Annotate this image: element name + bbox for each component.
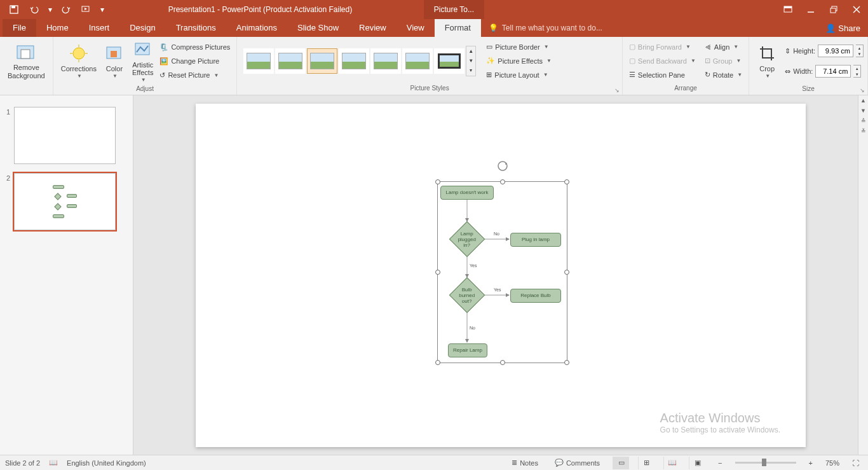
start-from-beginning-button[interactable] bbox=[78, 2, 95, 17]
tab-home[interactable]: Home bbox=[36, 19, 79, 37]
fit-to-window-button[interactable]: ⛶ bbox=[848, 455, 863, 471]
tab-view[interactable]: View bbox=[397, 19, 435, 37]
title-bar: ▾ ▾ Presentation1 - PowerPoint (Product … bbox=[0, 0, 868, 19]
change-picture-button[interactable]: 🖼️Change Picture bbox=[157, 54, 233, 68]
tab-animations[interactable]: Animations bbox=[226, 19, 287, 37]
next-slide-button[interactable]: ≚ bbox=[858, 126, 868, 136]
tab-format[interactable]: Format bbox=[435, 19, 481, 37]
picture-style-3[interactable] bbox=[307, 48, 337, 74]
flowchart-node-repair: Repair Lamp bbox=[448, 343, 487, 357]
language-indicator[interactable]: English (United Kingdom) bbox=[67, 459, 146, 467]
gallery-row-down[interactable]: ▼ bbox=[466, 56, 475, 66]
svg-point-20 bbox=[498, 162, 507, 170]
picture-style-2[interactable] bbox=[275, 48, 306, 74]
save-button[interactable] bbox=[5, 2, 23, 17]
normal-view-button[interactable]: ▭ bbox=[613, 457, 629, 469]
gallery-more: ▲ ▼ ▾ bbox=[466, 46, 476, 76]
gallery-expand[interactable]: ▾ bbox=[466, 66, 475, 75]
slide-sorter-view-button[interactable]: ⊞ bbox=[638, 457, 654, 469]
slideshow-view-button[interactable]: ▣ bbox=[689, 457, 705, 469]
bring-forward-button[interactable]: ▢Bring Forward▼ bbox=[627, 40, 698, 54]
slide-counter[interactable]: Slide 2 of 2 bbox=[5, 459, 40, 467]
selection-pane-button[interactable]: ☰Selection Pane bbox=[627, 68, 698, 82]
crop-button[interactable]: Crop▼ bbox=[753, 38, 781, 84]
width-input[interactable] bbox=[815, 65, 851, 78]
slide-thumbnail-1[interactable]: 1 bbox=[0, 104, 133, 170]
color-icon bbox=[104, 43, 125, 64]
align-button[interactable]: ⫷Align▼ bbox=[702, 40, 745, 54]
selected-picture[interactable]: Lamp doesn't work Lamp plugged in? Plug … bbox=[437, 181, 567, 363]
picture-style-4[interactable] bbox=[339, 48, 369, 74]
width-spinner[interactable]: ▲▼ bbox=[853, 65, 861, 78]
slide-canvas[interactable]: Lamp doesn't work Lamp plugged in? Plug … bbox=[196, 104, 806, 447]
zoom-slider[interactable] bbox=[735, 462, 796, 464]
tab-insert[interactable]: Insert bbox=[79, 19, 120, 37]
picture-effects-button[interactable]: ✨Picture Effects▼ bbox=[484, 54, 554, 68]
tab-transitions[interactable]: Transitions bbox=[166, 19, 226, 37]
picture-styles-group-label: Picture Styles bbox=[410, 85, 449, 92]
picture-layout-button[interactable]: ⊞Picture Layout▼ bbox=[484, 68, 554, 82]
undo-button[interactable] bbox=[25, 2, 43, 17]
width-icon: ⇔ bbox=[785, 67, 790, 76]
size-launcher[interactable]: ↘ bbox=[858, 87, 866, 95]
group-button[interactable]: ⊡Group▼ bbox=[702, 54, 745, 68]
reset-picture-icon: ↺ bbox=[159, 71, 165, 79]
svg-rect-18 bbox=[111, 51, 117, 57]
svg-rect-7 bbox=[831, 8, 836, 13]
zoom-in-button[interactable]: + bbox=[805, 455, 817, 471]
qat-customize[interactable]: ▾ bbox=[98, 2, 107, 17]
svg-point-12 bbox=[73, 48, 85, 59]
picture-border-button[interactable]: ▭Picture Border▼ bbox=[484, 40, 554, 54]
rotate-handle[interactable] bbox=[497, 160, 508, 172]
reset-picture-button[interactable]: ↺Reset Picture▼ bbox=[157, 68, 233, 82]
tab-slideshow[interactable]: Slide Show bbox=[287, 19, 349, 37]
picture-styles-gallery: ▲ ▼ ▾ bbox=[241, 46, 478, 76]
slide-thumbnails-pane[interactable]: 1 2 bbox=[0, 95, 133, 455]
minimize-button[interactable] bbox=[799, 0, 822, 19]
prev-slide-button[interactable]: ≙ bbox=[858, 116, 868, 126]
scroll-down[interactable]: ▼ bbox=[858, 106, 868, 116]
main-area: 1 2 bbox=[0, 95, 868, 455]
color-button[interactable]: Color▼ bbox=[100, 38, 128, 84]
slide-thumbnail-2[interactable]: 2 bbox=[0, 170, 133, 237]
spellcheck-icon[interactable]: 📖 bbox=[49, 459, 58, 467]
change-picture-icon: 🖼️ bbox=[159, 57, 168, 66]
tab-design[interactable]: Design bbox=[119, 19, 165, 37]
compress-pictures-button[interactable]: 🗜️Compress Pictures bbox=[157, 40, 233, 54]
restore-button[interactable] bbox=[822, 0, 845, 19]
tell-me-search[interactable]: 💡 Tell me what you want to do... bbox=[481, 24, 610, 32]
picture-style-5[interactable] bbox=[370, 48, 401, 74]
corrections-button[interactable]: Corrections▼ bbox=[57, 38, 100, 84]
status-bar: Slide 2 of 2 📖 English (United Kingdom) … bbox=[0, 455, 868, 470]
picture-style-7[interactable] bbox=[434, 48, 465, 74]
artistic-effects-button[interactable]: Artistic Effects▼ bbox=[128, 38, 157, 84]
quick-access-toolbar: ▾ ▾ bbox=[0, 2, 107, 17]
zoom-out-button[interactable]: − bbox=[714, 455, 726, 471]
vertical-scrollbar[interactable]: ▲ ▼ ≙ ≚ bbox=[858, 95, 868, 455]
height-input[interactable] bbox=[818, 45, 853, 57]
picture-styles-launcher[interactable]: ↘ bbox=[613, 87, 621, 95]
rotate-button[interactable]: ↻Rotate▼ bbox=[702, 68, 745, 82]
gallery-row-up[interactable]: ▲ bbox=[466, 46, 475, 56]
picture-style-1[interactable] bbox=[243, 48, 274, 74]
redo-button[interactable] bbox=[57, 2, 75, 17]
close-button[interactable] bbox=[845, 0, 868, 19]
send-backward-button[interactable]: ▢Send Backward▼ bbox=[627, 54, 698, 68]
scroll-up[interactable]: ▲ bbox=[858, 95, 868, 106]
reading-view-button[interactable]: 📖 bbox=[663, 457, 680, 469]
picture-style-6[interactable] bbox=[402, 48, 433, 74]
zoom-level[interactable]: 75% bbox=[825, 459, 839, 467]
tab-file[interactable]: File bbox=[3, 19, 36, 37]
comments-button[interactable]: 💬Comments bbox=[551, 455, 604, 471]
remove-background-button[interactable]: Remove Background bbox=[4, 38, 49, 84]
slide-editing-area[interactable]: Lamp doesn't work Lamp plugged in? Plug … bbox=[133, 95, 868, 455]
windows-activation-watermark: Activate Windows Go to Settings to activ… bbox=[660, 411, 780, 434]
comments-icon: 💬 bbox=[555, 459, 564, 467]
ribbon-display-options[interactable] bbox=[776, 0, 799, 19]
tab-review[interactable]: Review bbox=[349, 19, 397, 37]
height-spinner[interactable]: ▲▼ bbox=[856, 45, 864, 57]
undo-dropdown[interactable]: ▾ bbox=[46, 2, 55, 17]
notes-button[interactable]: ≣Notes bbox=[508, 455, 542, 471]
share-button[interactable]: 👤 Share bbox=[818, 24, 868, 33]
corrections-icon bbox=[69, 43, 89, 64]
